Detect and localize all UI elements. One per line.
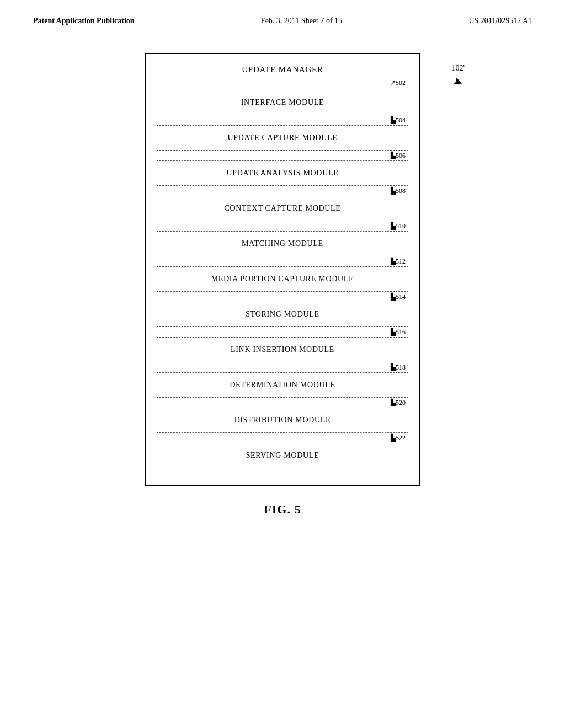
update-manager-row: UPDATE MANAGER	[157, 65, 408, 74]
module-row: UPDATE ANALYSIS MODULE▙508	[157, 160, 408, 196]
module-box: MATCHING MODULE	[157, 231, 408, 256]
module-box: SERVING MODULE	[157, 443, 408, 468]
module-box: UPDATE CAPTURE MODULE	[157, 125, 408, 151]
module-box: UPDATE ANALYSIS MODULE	[157, 160, 408, 186]
ref-tag-container: ▙520	[157, 398, 408, 408]
module-row: UPDATE CAPTURE MODULE▙506	[157, 125, 408, 160]
header-right: US 2011/029512 A1	[468, 17, 532, 25]
module-ref: ▙516	[391, 328, 406, 336]
module-row: CONTEXT CAPTURE MODULE▙510	[157, 196, 408, 231]
module-ref: ▙522	[391, 434, 406, 442]
ref-tag-container: ▙508	[157, 186, 408, 196]
outer-ref-label: 102' ➤	[451, 64, 465, 89]
module-ref: ▙520	[391, 399, 406, 407]
ref-tag-container: ▙510	[157, 221, 408, 231]
tick-arrow-icon: ➤	[451, 74, 465, 91]
module-ref: ▙506	[391, 152, 406, 160]
module-ref: ▙510	[391, 222, 406, 231]
module-box: LINK INSERTION MODULE	[157, 337, 408, 362]
ref-tag-container: ▙518	[157, 362, 408, 372]
module-row: MEDIA PORTION CAPTURE MODULE▙514	[157, 266, 408, 302]
module-row: DISTRIBUTION MODULE▙522	[157, 408, 408, 443]
module-box: DISTRIBUTION MODULE	[157, 408, 408, 433]
ref-tag-container: ▙506	[157, 151, 408, 160]
module-row: INTERFACE MODULE▙504	[157, 90, 408, 125]
module-box: INTERFACE MODULE	[157, 90, 408, 115]
module-row: STORING MODULE▙516	[157, 302, 408, 337]
header-center: Feb. 3, 2011 Sheet 7 of 15	[261, 17, 342, 25]
modules-container: INTERFACE MODULE▙504UPDATE CAPTURE MODUL…	[157, 90, 408, 474]
module-row: DETERMINATION MODULE▙520	[157, 372, 408, 408]
ref-tag-container: ▙522	[157, 433, 408, 443]
header-left: Patent Application Publication	[33, 17, 135, 25]
ref-tag-container: ▙504	[157, 115, 408, 125]
module-ref: ▙518	[391, 363, 406, 372]
module-row: SERVING MODULE	[157, 443, 408, 474]
module-box: CONTEXT CAPTURE MODULE	[157, 196, 408, 221]
module-box: MEDIA PORTION CAPTURE MODULE	[157, 266, 408, 292]
module-box: DETERMINATION MODULE	[157, 372, 408, 398]
ref-tag-container: ▙516	[157, 327, 408, 337]
fig-label: FIG. 5	[264, 502, 301, 517]
module-ref: ▙504	[391, 116, 406, 125]
update-manager-ref: ↗502	[390, 79, 406, 87]
module-ref: ▙508	[391, 187, 406, 195]
module-row: MATCHING MODULE▙512	[157, 231, 408, 266]
ref-tag-container: ▙514	[157, 292, 408, 302]
module-box: STORING MODULE	[157, 302, 408, 327]
module-ref: ▙512	[391, 258, 406, 266]
update-manager-label: UPDATE MANAGER	[157, 65, 408, 74]
module-row: LINK INSERTION MODULE▙518	[157, 337, 408, 372]
module-ref: ▙514	[391, 293, 406, 301]
ref-tag-container: ▙512	[157, 256, 408, 266]
outer-diagram-box: UPDATE MANAGER ↗502 INTERFACE MODULE▙504…	[145, 53, 420, 486]
